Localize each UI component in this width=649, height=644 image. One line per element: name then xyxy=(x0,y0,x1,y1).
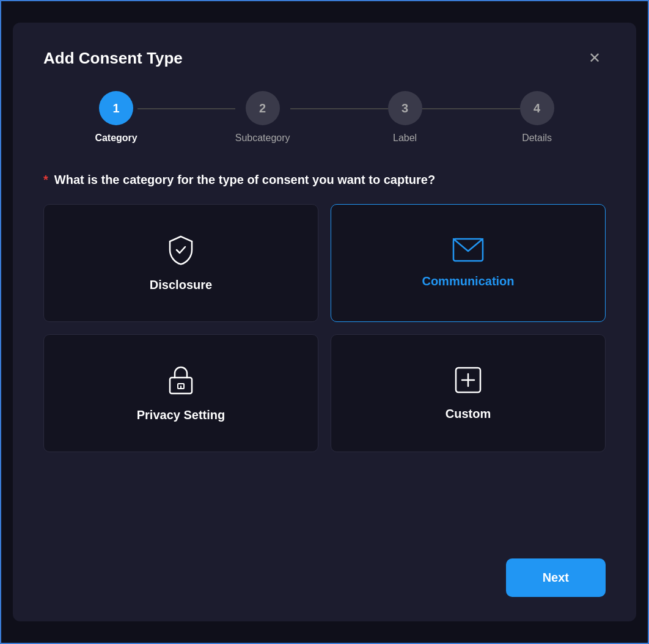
step-label-3: Label xyxy=(393,133,417,144)
modal-container: Add Consent Type ✕ 1 Category 2 Subcateg… xyxy=(13,23,636,621)
question-label: What is the category for the type of con… xyxy=(54,173,435,187)
category-card-disclosure[interactable]: Disclosure xyxy=(43,204,318,322)
stepper: 1 Category 2 Subcategory 3 Label xyxy=(43,91,606,144)
privacy-setting-icon xyxy=(167,364,194,396)
step-connector-2-3 xyxy=(290,108,388,109)
step-label-2: Subcategory xyxy=(235,133,290,144)
modal-title: Add Consent Type xyxy=(43,49,183,68)
close-icon: ✕ xyxy=(588,49,601,67)
privacy-setting-label: Privacy Setting xyxy=(137,408,226,422)
next-button[interactable]: Next xyxy=(506,558,606,597)
step-4: 4 Details xyxy=(520,91,554,144)
modal-footer: Next xyxy=(43,546,606,597)
step-connector-1-2 xyxy=(138,108,235,109)
disclosure-icon xyxy=(165,234,197,266)
communication-label: Communication xyxy=(422,274,514,288)
category-grid: Disclosure Communication xyxy=(43,204,606,452)
modal-header: Add Consent Type ✕ xyxy=(43,47,606,69)
disclosure-label: Disclosure xyxy=(150,278,212,292)
step-circle-4: 4 xyxy=(520,91,554,125)
communication-icon xyxy=(452,238,484,262)
step-1: 1 Category xyxy=(95,91,137,144)
step-label-4: Details xyxy=(522,133,552,144)
step-circle-2: 2 xyxy=(246,91,280,125)
category-card-custom[interactable]: Custom xyxy=(331,334,606,452)
custom-icon xyxy=(453,365,483,395)
category-card-communication[interactable]: Communication xyxy=(331,204,606,322)
custom-label: Custom xyxy=(446,407,491,421)
category-card-privacy-setting[interactable]: Privacy Setting xyxy=(43,334,318,452)
step-label-1: Category xyxy=(95,133,137,144)
close-button[interactable]: ✕ xyxy=(584,47,606,69)
step-3: 3 Label xyxy=(388,91,422,144)
step-connector-3-4 xyxy=(422,108,520,109)
required-indicator: * xyxy=(43,173,48,187)
overlay: Add Consent Type ✕ 1 Category 2 Subcateg… xyxy=(0,0,649,644)
step-circle-1: 1 xyxy=(99,91,133,125)
step-2: 2 Subcategory xyxy=(235,91,290,144)
step-circle-3: 3 xyxy=(388,91,422,125)
question-text: * What is the category for the type of c… xyxy=(43,173,606,187)
